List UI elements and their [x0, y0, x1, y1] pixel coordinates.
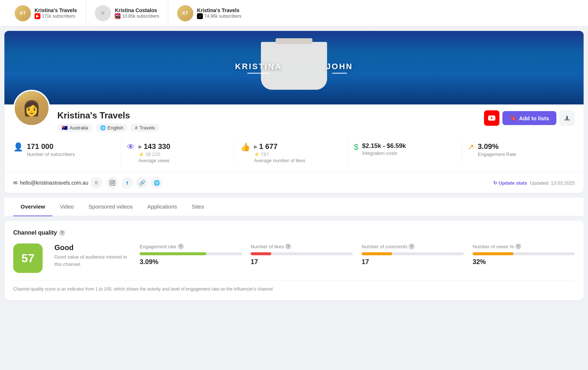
tabs-row: Overview Video Sponsored videos Applicat… [9, 198, 579, 216]
metric-comments: Number of comments ? 17 [362, 243, 464, 266]
cost-icon: $ [354, 142, 358, 152]
tab-overview[interactable]: Overview [13, 198, 53, 216]
email-box: ✉ hello@kristinastravels.com.au ⎘ [13, 177, 102, 189]
youtube-platform-icon: ▶ [35, 13, 40, 19]
email-address: hello@kristinastravels.com.au [20, 180, 88, 186]
banner-john-label: JOHN [326, 62, 353, 71]
profile-section: 👩 Kristina's Travels 🇦🇺 Australia 🌐 Engl… [4, 104, 584, 139]
footer-note: Channel quality score is an indicator fr… [13, 280, 575, 292]
comments-bar-fill [362, 252, 392, 255]
youtube-button[interactable] [484, 110, 499, 126]
quality-score-badge: 57 [13, 243, 43, 273]
likes-label: Average number of likes [254, 158, 305, 163]
likes-help-icon[interactable]: ? [285, 243, 291, 249]
updated-date: Updated: 13.03.2025 [530, 180, 575, 186]
engagement-value: 3.09% [478, 142, 516, 151]
instagram-platform-icon: 📷 [115, 13, 121, 19]
tab-sponsored-videos[interactable]: Sponsored videos [81, 198, 140, 216]
likes-secondary: 787 [261, 152, 269, 157]
tab-video[interactable]: Video [53, 198, 81, 216]
contact-row: ✉ hello@kristinastravels.com.au ⎘ f 🔗 🌐 … [4, 172, 584, 193]
link2-social-button[interactable]: 🌐 [151, 177, 162, 189]
svg-point-1 [112, 182, 114, 184]
views-icon: 👁 [127, 142, 135, 152]
top-bar: KT Kristina's Travels ▶ 171k subscribers… [0, 0, 588, 26]
channel-name-youtube: Kristina's Travels [35, 7, 77, 13]
views-pct-help-icon[interactable]: ? [515, 243, 521, 249]
channel-name-instagram: Kristina Costalos [115, 7, 159, 13]
topbar-channel-youtube[interactable]: KT Kristina's Travels ▶ 171k subscribers [6, 0, 86, 26]
add-to-lists-button[interactable]: 🔖 Add to lists [502, 111, 556, 125]
likes-bar-fill [251, 252, 271, 255]
metric-engagement-rate: Engagement rate ? 3.09% [140, 243, 242, 266]
link1-social-button[interactable]: 🔗 [136, 177, 148, 189]
profile-info: Kristina's Travels 🇦🇺 Australia 🌐 Englis… [50, 104, 484, 132]
avatar-instagram: ⟳ [95, 5, 111, 21]
engagement-label: Engagement Rate [478, 152, 516, 157]
topbar-channel-tiktok[interactable]: KT Kristina's Travels ♪ 74.96k subscribe… [168, 0, 250, 26]
quality-label: Good Good value of audience interest in … [54, 243, 128, 268]
stat-views: 👁 ▶ 143 330 ⚡ 38 225 Average views [121, 139, 234, 166]
tiktok-platform-icon: ♪ [197, 13, 203, 19]
tiktok-subs: 74.96k subscribers [204, 14, 241, 19]
views-pct-bar-fill [473, 252, 513, 255]
contact-left: ✉ hello@kristinastravels.com.au ⎘ f 🔗 🌐 [13, 177, 162, 189]
update-stats-area: ↻ Update stats Updated: 13.03.2025 [493, 180, 575, 186]
avatar-tiktok: KT [177, 5, 193, 21]
stats-row: 👤 171 000 Number of subscribers 👁 ▶ 143 … [4, 139, 584, 172]
stat-cost: $ $2.15k - $6.59k Integration costs [348, 139, 462, 166]
svg-rect-0 [110, 180, 115, 185]
views-pct-bar-track [473, 252, 575, 255]
engagement-rate-bar-fill [140, 252, 206, 255]
profile-avatar: 👩 [13, 90, 50, 127]
tab-sites[interactable]: Sites [184, 198, 211, 216]
instagram-social-button[interactable] [107, 177, 118, 189]
profile-banner: KRISTINA JOHN [4, 31, 584, 104]
youtube-subs: 171k subscribers [42, 14, 75, 19]
profile-tags: 🇦🇺 Australia 🌐 English # Travels [57, 124, 477, 132]
update-stats-button[interactable]: ↻ Update stats [493, 180, 527, 186]
metric-views-pct: Number of views % ? 32% [473, 243, 575, 266]
engagement-icon: ↗ [467, 142, 474, 152]
main-profile-card: KRISTINA JOHN 👩 Kristina's Travels 🇦🇺 Au… [4, 31, 584, 193]
email-icon: ✉ [13, 180, 18, 186]
tag-english: 🌐 English [96, 124, 128, 132]
download-button[interactable] [559, 110, 575, 126]
channel-quality-help-icon[interactable]: ? [59, 230, 65, 236]
stat-engagement: ↗ 3.09% Engagement Rate [462, 139, 575, 166]
channel-quality-section: Channel quality ? 57 Good Good value of … [4, 221, 584, 300]
engagement-rate-help-icon[interactable]: ? [178, 243, 184, 249]
engagement-rate-bar-track [140, 252, 242, 255]
tabs-container: Overview Video Sponsored videos Applicat… [4, 198, 584, 216]
cost-label: Integration costs [362, 150, 406, 156]
tab-applications[interactable]: Applications [140, 198, 184, 216]
facebook-social-button[interactable]: f [121, 177, 133, 189]
instagram-subs: 10.85k subscribers [122, 14, 159, 19]
quality-metrics: Engagement rate ? 3.09% Number of likes … [140, 243, 575, 266]
profile-actions: 🔖 Add to lists [484, 104, 575, 126]
subscribers-value: 171 000 [27, 142, 75, 151]
tag-australia: 🇦🇺 Australia [57, 124, 93, 132]
social-icons: f 🔗 🌐 [107, 177, 162, 189]
topbar-channel-instagram[interactable]: ⟳ Kristina Costalos 📷 10.85k subscribers [86, 0, 168, 26]
stat-likes: 👍 ▶ 1 677 ⚡ 787 Average number of likes [234, 139, 348, 166]
likes-icon: 👍 [240, 142, 250, 152]
avatar-youtube: KT [15, 5, 31, 21]
likes-value: 1 677 [259, 142, 277, 151]
subscribers-icon: 👤 [13, 142, 23, 152]
channel-name-tiktok: Kristina's Travels [197, 7, 241, 13]
quality-row: 57 Good Good value of audience interest … [13, 243, 575, 273]
copy-email-button[interactable]: ⎘ [90, 177, 102, 189]
views-secondary: 38 225 [146, 152, 160, 157]
subscribers-label: Number of subscribers [27, 152, 75, 157]
views-value: 143 330 [144, 142, 170, 151]
metric-likes: Number of likes ? 17 [251, 243, 353, 266]
section-title-channel-quality: Channel quality ? [13, 230, 575, 236]
likes-bar-track [251, 252, 353, 255]
comments-help-icon[interactable]: ? [409, 243, 415, 249]
quality-desc: Good value of audience interest in this … [54, 253, 128, 268]
views-label: Average views [139, 158, 170, 163]
profile-name: Kristina's Travels [57, 110, 477, 121]
stat-subscribers: 👤 171 000 Number of subscribers [13, 139, 121, 166]
likes-metric-value: 17 [251, 258, 353, 266]
